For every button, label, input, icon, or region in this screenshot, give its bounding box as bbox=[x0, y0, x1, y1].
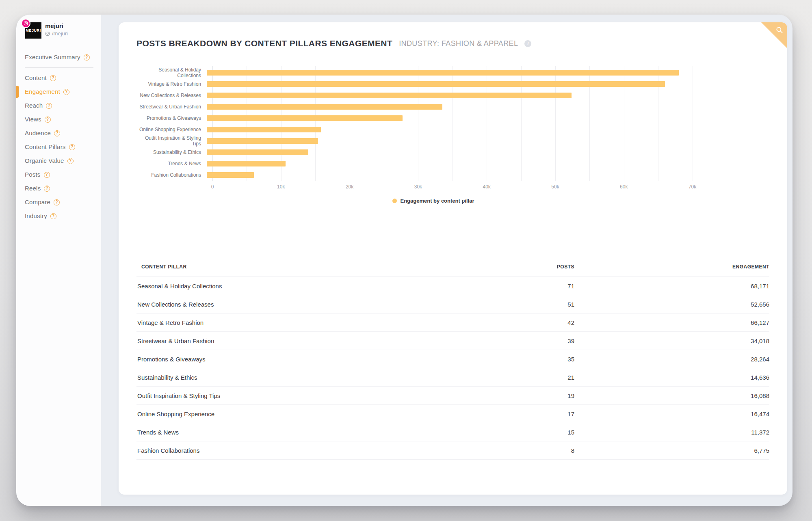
engagement-bar-streetwear-urban-fashion[interactable] bbox=[207, 104, 442, 110]
active-indicator bbox=[16, 86, 19, 98]
chart-track bbox=[207, 127, 769, 132]
chart-x-axis: 010k20k30k40k50k60k70k bbox=[212, 184, 769, 191]
sidebar-item-reels[interactable]: Reels ? bbox=[16, 182, 101, 195]
engagement-bar-vintage-retro-fashion[interactable] bbox=[207, 81, 665, 87]
table-row-promotions-giveaways: Promotions & Giveaways 35 28,264 bbox=[136, 350, 769, 368]
table-row-streetwear-urban-fashion: Streetwear & Urban Fashion 39 34,018 bbox=[136, 332, 769, 350]
cell-posts: 17 bbox=[436, 411, 574, 417]
question-circle-icon[interactable]: ? bbox=[54, 130, 60, 136]
cell-content-pillar: Online Shopping Experience bbox=[136, 411, 436, 417]
main-card: POSTS BREAKDOWN BY CONTENT PILLARS ENGAG… bbox=[119, 22, 787, 495]
chart-track bbox=[207, 81, 769, 87]
cell-content-pillar: Fashion Collaborations bbox=[136, 447, 436, 454]
question-circle-icon[interactable]: ? bbox=[84, 54, 90, 61]
legend-label: Engagement by content pillar bbox=[400, 198, 474, 204]
x-tick-label: 40k bbox=[483, 184, 491, 190]
cell-posts: 39 bbox=[436, 337, 574, 344]
chart-row: Sustainability & Ethics bbox=[136, 147, 769, 158]
x-tick-label: 10k bbox=[277, 184, 285, 190]
sidebar-item-views[interactable]: Views ? bbox=[16, 112, 101, 126]
question-circle-icon[interactable]: ? bbox=[69, 144, 75, 150]
search-corner-button[interactable] bbox=[761, 22, 787, 48]
app-container: MEJURI mejuri /mejuri Execut bbox=[16, 15, 793, 506]
page-title: POSTS BREAKDOWN BY CONTENT PILLARS ENGAG… bbox=[136, 39, 392, 48]
question-circle-icon[interactable]: ? bbox=[45, 117, 51, 123]
cell-engagement: 14,636 bbox=[574, 374, 769, 381]
sidebar-item-label: Audience bbox=[25, 130, 51, 136]
sidebar-item-engagement[interactable]: Engagement ? bbox=[16, 85, 101, 99]
chart-track bbox=[207, 115, 769, 121]
x-tick-label: 0 bbox=[211, 184, 214, 190]
cell-posts: 19 bbox=[436, 392, 574, 399]
question-circle-icon[interactable]: ? bbox=[50, 213, 56, 219]
question-circle-icon[interactable]: ? bbox=[63, 89, 69, 95]
profile-block[interactable]: MEJURI mejuri /mejuri bbox=[25, 22, 68, 39]
chart-legend: Engagement by content pillar bbox=[136, 198, 730, 204]
cell-posts: 15 bbox=[436, 429, 574, 436]
profile-name: mejuri bbox=[45, 22, 68, 29]
x-tick-label: 30k bbox=[414, 184, 422, 190]
sidebar-item-content[interactable]: Content ? bbox=[16, 71, 101, 85]
question-circle-icon[interactable]: ? bbox=[44, 172, 50, 178]
sidebar-item-label: Reach bbox=[25, 102, 43, 109]
question-circle-icon[interactable]: ? bbox=[50, 75, 56, 81]
sidebar-menu: Executive Summary ? Content ? Engagement… bbox=[16, 50, 101, 223]
engagement-bar-fashion-collaborations[interactable] bbox=[207, 172, 254, 178]
engagement-bar-promotions-giveaways[interactable] bbox=[207, 115, 403, 121]
cell-engagement: 34,018 bbox=[574, 337, 769, 344]
chart-category-label: Streetwear & Urban Fashion bbox=[136, 104, 207, 110]
chart-track bbox=[207, 93, 769, 98]
cell-posts: 71 bbox=[436, 283, 574, 290]
sidebar-item-industry[interactable]: Industry ? bbox=[16, 209, 101, 223]
engagement-bar-online-shopping-experience[interactable] bbox=[207, 127, 321, 132]
info-icon[interactable]: i bbox=[524, 40, 531, 47]
content-pillar-table: CONTENT PILLAR POSTS ENGAGEMENT Seasonal… bbox=[136, 264, 769, 460]
table-row-vintage-retro-fashion: Vintage & Retro Fashion 42 66,127 bbox=[136, 313, 769, 332]
chart-row: Online Shopping Experience bbox=[136, 124, 769, 135]
chart-category-label: Fashion Collaborations bbox=[136, 172, 207, 178]
column-header-posts: POSTS bbox=[436, 264, 574, 270]
instagram-badge-icon bbox=[22, 19, 30, 27]
cell-engagement: 66,127 bbox=[574, 319, 769, 326]
chart-row: Vintage & Retro Fashion bbox=[136, 78, 769, 90]
question-circle-icon[interactable]: ? bbox=[46, 103, 52, 109]
menu-divider bbox=[25, 67, 93, 68]
chart-category-label: Outfit Inspiration & Styling Tips bbox=[136, 135, 207, 147]
sidebar-item-label: Organic Value bbox=[25, 158, 64, 164]
engagement-bar-new-collections-releases[interactable] bbox=[207, 93, 572, 98]
table-body: Seasonal & Holiday Collections 71 68,171… bbox=[136, 277, 769, 460]
chart-track bbox=[207, 149, 769, 155]
sidebar-item-audience[interactable]: Audience ? bbox=[16, 126, 101, 140]
cell-posts: 21 bbox=[436, 374, 574, 381]
sidebar-item-label: Content bbox=[25, 75, 47, 81]
cell-content-pillar: Sustainability & Ethics bbox=[136, 374, 436, 381]
engagement-bar-trends-news[interactable] bbox=[207, 161, 286, 166]
search-icon bbox=[775, 26, 784, 34]
sidebar-item-label: Executive Summary bbox=[25, 54, 80, 61]
question-circle-icon[interactable]: ? bbox=[44, 186, 50, 192]
sidebar-item-content-pillars[interactable]: Content Pillars ? bbox=[16, 140, 101, 154]
sidebar-item-compare[interactable]: Compare ? bbox=[16, 195, 101, 209]
cell-posts: 35 bbox=[436, 356, 574, 363]
engagement-bar-seasonal-holiday-collections[interactable] bbox=[207, 70, 679, 76]
sidebar-item-organic-value[interactable]: Organic Value ? bbox=[16, 154, 101, 168]
engagement-bar-sustainability-ethics[interactable] bbox=[207, 149, 308, 155]
engagement-bar-chart: Seasonal & Holiday Collections Vintage &… bbox=[136, 67, 769, 204]
chart-category-label: Promotions & Giveaways bbox=[136, 115, 207, 121]
question-circle-icon[interactable]: ? bbox=[67, 158, 74, 164]
chart-category-label: New Collections & Releases bbox=[136, 93, 207, 98]
chart-row: Trends & News bbox=[136, 158, 769, 169]
question-circle-icon[interactable]: ? bbox=[54, 199, 60, 205]
column-header-content-pillar: CONTENT PILLAR bbox=[136, 264, 436, 270]
sidebar: MEJURI mejuri /mejuri Execut bbox=[16, 15, 101, 506]
sidebar-item-executive-summary[interactable]: Executive Summary ? bbox=[16, 50, 101, 64]
sidebar-item-reach[interactable]: Reach ? bbox=[16, 99, 101, 112]
engagement-bar-outfit-inspiration-styling-tips[interactable] bbox=[207, 138, 318, 144]
sidebar-item-posts[interactable]: Posts ? bbox=[16, 168, 101, 182]
sidebar-item-label: Industry bbox=[25, 213, 47, 219]
table-header: CONTENT PILLAR POSTS ENGAGEMENT bbox=[136, 264, 769, 277]
chart-row: Seasonal & Holiday Collections bbox=[136, 67, 769, 78]
x-tick-label: 50k bbox=[551, 184, 559, 190]
chart-category-label: Vintage & Retro Fashion bbox=[136, 81, 207, 87]
industry-label: INDUSTRY: FASHION & APPAREL bbox=[399, 39, 518, 48]
